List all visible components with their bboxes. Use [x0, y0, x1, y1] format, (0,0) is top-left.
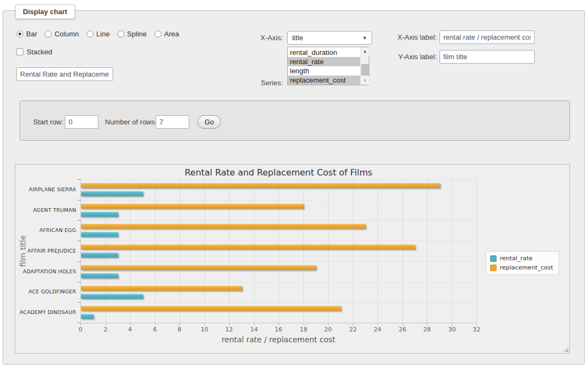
band-gridline [81, 200, 476, 200]
gridline [229, 179, 230, 323]
chart-resize-handle[interactable] [562, 346, 568, 352]
scroll-thumb[interactable] [361, 64, 369, 76]
legend-item-rental_rate[interactable]: rental_rate [490, 255, 553, 262]
category-label: AIRPLANE SIERRA [11, 186, 76, 192]
x-tick-label: 12 [221, 326, 237, 333]
gridline [106, 179, 106, 323]
x-tick-label: 10 [196, 326, 213, 333]
bar-rental_rate[interactable] [81, 232, 118, 237]
gridline [155, 179, 156, 323]
x-axis-select[interactable]: title ▼ [287, 31, 372, 45]
legend-label: replacement_cost [500, 264, 553, 271]
go-button[interactable]: Go [197, 115, 221, 129]
x-axis-tick [328, 323, 329, 325]
gridline [205, 179, 205, 323]
series-option-rental_rate[interactable]: rental_rate [288, 57, 360, 66]
x-axis-tick [205, 323, 205, 325]
gridline [353, 179, 354, 323]
radio-icon [16, 30, 23, 37]
series-label: Series: [228, 76, 283, 90]
series-option-rental_duration[interactable]: rental_duration [288, 48, 360, 57]
radio-option-spline[interactable]: Spline [117, 30, 147, 38]
gridline [427, 179, 428, 323]
category-axis-line [81, 179, 81, 323]
category-label: AGENT TRUMAN [11, 207, 76, 213]
gridline [254, 179, 255, 323]
category-label: ADAPTATION HOLES [11, 268, 76, 274]
bar-replacement_cost[interactable] [81, 286, 242, 291]
bar-replacement_cost[interactable] [81, 183, 440, 188]
x-tick-label: 4 [122, 326, 138, 333]
x-tick-label: 16 [270, 326, 287, 333]
bar-replacement_cost[interactable] [81, 265, 316, 270]
gridline [403, 179, 403, 323]
start-row-input[interactable] [65, 115, 98, 129]
bar-rental_rate[interactable] [81, 273, 118, 278]
x-tick-label: 14 [246, 326, 262, 333]
bar-replacement_cost[interactable] [81, 306, 341, 311]
series-scrollbar[interactable]: ▲ ▼ [360, 47, 369, 85]
series-option-length[interactable]: length [288, 66, 360, 76]
x-axis-selected-value: title [292, 34, 362, 42]
band-gridline [81, 302, 476, 303]
radio-option-line[interactable]: Line [86, 30, 110, 38]
bar-rental_rate[interactable] [81, 314, 94, 319]
radio-option-area[interactable]: Area [154, 30, 179, 38]
bar-replacement_cost[interactable] [81, 224, 366, 229]
x-axis-tick [180, 323, 180, 325]
x-tick-label: 18 [295, 326, 312, 333]
x-axis-tick [452, 323, 453, 325]
stacked-checkbox-row[interactable]: Stacked [16, 48, 52, 56]
band-gridline [81, 179, 476, 180]
radio-icon [154, 30, 162, 37]
x-tick-label: 26 [394, 326, 411, 333]
num-rows-input[interactable] [156, 115, 189, 129]
series-listbox[interactable]: rental_durationrental_ratelengthreplacem… [287, 47, 369, 85]
start-row-label: Start row: [33, 115, 64, 129]
x-axis-tick [377, 323, 378, 325]
x-axis-tick [155, 323, 156, 325]
stacked-checkbox[interactable] [16, 48, 23, 55]
bar-rental_rate[interactable] [81, 191, 143, 196]
legend-label: rental_rate [500, 255, 533, 262]
x-axis-label-input[interactable] [440, 30, 535, 44]
series-option-replacement_cost[interactable]: replacement_cost [288, 76, 360, 85]
chart-type-radio-group: BarColumnLineSplineArea [16, 30, 179, 38]
bar-rental_rate[interactable] [81, 253, 118, 258]
x-axis-tick [353, 323, 354, 325]
gridline [278, 179, 279, 323]
bar-rental_rate[interactable] [81, 212, 118, 217]
gridline [377, 179, 378, 323]
x-tick-label: 30 [444, 326, 460, 333]
radio-option-column[interactable]: Column [45, 30, 79, 38]
x-tick-label: 24 [369, 326, 386, 333]
dropdown-arrow-icon: ▼ [362, 35, 367, 41]
x-tick-label: 22 [345, 326, 361, 333]
x-axis-tick [304, 323, 304, 325]
radio-icon [117, 30, 125, 37]
scroll-up-icon[interactable]: ▲ [361, 47, 369, 55]
band-gridline [81, 220, 476, 221]
bar-rental_rate[interactable] [81, 294, 143, 299]
x-axis-tick [427, 323, 428, 325]
chart-title: Rental Rate and Replacement Cost of Film… [81, 167, 476, 178]
x-tick-label: 8 [171, 326, 188, 333]
x-axis-tick [476, 323, 477, 325]
scroll-down-icon[interactable]: ▼ [361, 77, 369, 85]
category-label: ACADEMY DINOSAUR [11, 309, 76, 315]
x-axis-tick [81, 323, 81, 325]
radio-option-label: Bar [26, 30, 37, 38]
y-axis-label-input[interactable] [440, 50, 535, 64]
num-rows-label: Number of rows: [105, 115, 157, 129]
legend-item-replacement_cost[interactable]: replacement_cost [490, 264, 553, 271]
bar-replacement_cost[interactable] [81, 204, 304, 209]
x-tick-label: 6 [147, 326, 163, 333]
bar-replacement_cost[interactable] [81, 244, 415, 249]
radio-icon [86, 30, 94, 37]
stacked-label: Stacked [27, 48, 52, 56]
panel-title: Display chart [15, 4, 75, 19]
chart-title-input[interactable] [16, 67, 113, 81]
radio-option-bar[interactable]: Bar [16, 30, 37, 38]
radio-icon [45, 30, 52, 37]
value-axis-line [81, 323, 477, 323]
